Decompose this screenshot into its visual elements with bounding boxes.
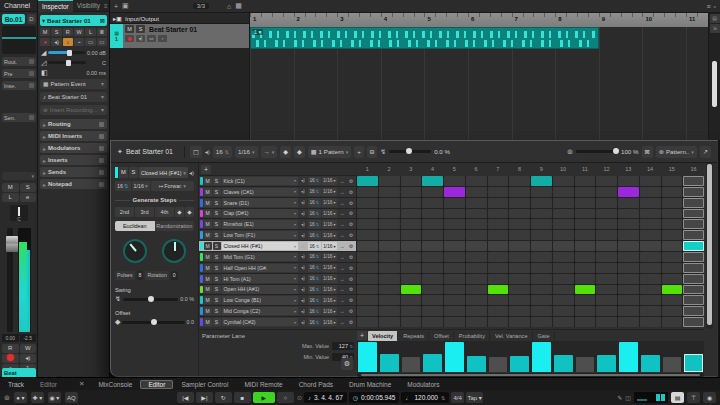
inspector-track-title[interactable]: ▾ Beat Starter 01 ⊠ — [40, 15, 107, 26]
step-cell[interactable] — [466, 230, 487, 240]
section-midi-inserts[interactable]: ▸MIDI Inserts — [40, 131, 107, 141]
lane-row[interactable]: MSMid Tom (G1)▾◂)16⇅1/16▾→⚙ — [199, 252, 356, 262]
step-cell[interactable] — [662, 230, 683, 240]
lane-direction-icon[interactable]: → — [338, 189, 346, 195]
step-cell[interactable] — [683, 263, 704, 273]
lock-button[interactable]: ▭ — [85, 38, 95, 46]
lane-mute-button[interactable]: M — [204, 264, 212, 272]
step-cell[interactable] — [553, 306, 574, 316]
lane-step-count[interactable]: 16⇅ — [308, 177, 321, 186]
lane-mute-button[interactable]: M — [119, 167, 128, 178]
step-cell[interactable] — [509, 230, 530, 240]
step-cell[interactable] — [553, 198, 574, 208]
add-parameter-lane-button[interactable]: + — [357, 331, 367, 340]
lane-step-count[interactable]: 16⇅ — [308, 188, 321, 197]
step-cell[interactable] — [531, 252, 552, 262]
lane-settings-gear-icon[interactable]: ⚙ — [347, 200, 355, 206]
lane-resolution[interactable]: 1/16▾ — [322, 231, 337, 240]
lane-step-count[interactable]: 16⇅ — [308, 231, 321, 240]
shift-right-icon[interactable]: ◆ — [185, 207, 194, 217]
step-cell[interactable] — [357, 252, 378, 262]
lane-name-select[interactable]: Claves (C#1)▾ — [222, 188, 298, 197]
section-inserts[interactable]: ▸Inserts — [40, 155, 107, 165]
step-cell[interactable] — [575, 317, 596, 327]
velocity-bar[interactable] — [576, 357, 595, 373]
track-edit-button[interactable]: ▭ — [147, 35, 156, 42]
lane-mute-button[interactable]: M — [204, 209, 212, 217]
step-cell[interactable] — [683, 176, 704, 186]
step-cell[interactable] — [683, 198, 704, 208]
lane-mute-button[interactable]: M — [204, 296, 212, 304]
pattern-select[interactable]: ▦ 1 Pattern▾ — [308, 146, 352, 158]
tab-midi-remote[interactable]: MIDI Remote — [236, 380, 290, 389]
step-cell[interactable] — [509, 317, 530, 327]
lane-preview-icon[interactable]: ◂) — [299, 309, 307, 314]
step-cell[interactable] — [618, 285, 639, 295]
step-cell[interactable] — [662, 209, 683, 219]
lane-preview-icon[interactable]: ◂) — [299, 233, 307, 238]
timeline-ruler[interactable]: 1234567891011 — [250, 13, 708, 27]
step-cell[interactable] — [444, 306, 465, 316]
home-icon[interactable]: ⌂ — [227, 3, 231, 10]
step-cell[interactable] — [379, 295, 400, 305]
lane-direction-icon[interactable]: → — [338, 243, 346, 249]
step-cell[interactable] — [444, 295, 465, 305]
lane-solo-button[interactable]: S — [213, 220, 221, 228]
step-cell[interactable] — [466, 176, 487, 186]
lane-mute-button[interactable]: M — [204, 231, 212, 239]
shift-right-button[interactable]: ◆ — [294, 146, 305, 158]
step-cell[interactable] — [618, 230, 639, 240]
tab-chord-pads[interactable]: Chord Pads — [291, 380, 341, 389]
track-s-button[interactable]: S — [51, 28, 61, 36]
step-cell[interactable] — [401, 230, 422, 240]
lane-direction-icon[interactable]: → — [338, 276, 346, 282]
inspector-select-0[interactable]: ▦Pattern Event▾ — [40, 79, 107, 89]
lane-direction-icon[interactable]: → — [338, 232, 346, 238]
project-scrollbar[interactable]: ▤ ⇲ — [708, 13, 720, 140]
playback-direction-select[interactable]: →▾ — [261, 146, 278, 158]
channel-direct-button[interactable]: D — [27, 14, 36, 24]
step-cell[interactable] — [683, 230, 704, 240]
step-cell-on[interactable] — [662, 241, 683, 251]
lane-name-select[interactable]: Mid Tom (G1)▾ — [222, 253, 298, 262]
step-cell[interactable] — [379, 252, 400, 262]
panel-swing-slider[interactable] — [123, 298, 178, 301]
step-cell[interactable] — [662, 274, 683, 284]
panel-step-count[interactable]: 16⇅ — [115, 181, 131, 191]
step-cell[interactable] — [401, 187, 422, 197]
step-cell[interactable] — [596, 306, 617, 316]
lane-step-count[interactable]: 16⇅ — [308, 264, 321, 273]
step-cell[interactable] — [422, 252, 443, 262]
duplicate-pattern-button[interactable]: ⧉ — [367, 146, 377, 158]
step-cell[interactable] — [553, 230, 574, 240]
step-cell[interactable] — [509, 209, 530, 219]
go-to-start-button[interactable]: |◀ — [177, 392, 194, 403]
step-cell[interactable] — [357, 198, 378, 208]
lane-settings-gear-icon[interactable]: ⚙ — [347, 210, 355, 216]
step-cell[interactable] — [618, 295, 639, 305]
step-cell[interactable] — [640, 317, 661, 327]
step-cell-on[interactable] — [683, 241, 704, 251]
step-cell[interactable] — [596, 219, 617, 229]
lane-resolution[interactable]: 1/16▾ — [322, 220, 337, 229]
channel-rout-button[interactable]: Rout. — [2, 57, 36, 66]
lane-preview-icon[interactable]: ◂) — [299, 189, 307, 194]
step-cell[interactable] — [488, 263, 509, 273]
lane-resolution[interactable]: 1/16▾ — [322, 296, 337, 305]
scrollbar-thumb[interactable] — [707, 164, 712, 325]
lane-settings-gear-icon[interactable]: ⚙ — [347, 286, 355, 292]
lane-settings-gear-icon[interactable]: ⚙ — [347, 178, 355, 184]
step-cell[interactable] — [640, 187, 661, 197]
lane-solo-button[interactable]: S — [213, 264, 221, 272]
step-cell[interactable] — [466, 285, 487, 295]
step-cell[interactable] — [596, 209, 617, 219]
edit-button[interactable]: e — [20, 193, 37, 202]
step-cell[interactable] — [618, 263, 639, 273]
lane-settings-gear-icon[interactable]: ⚙ — [347, 254, 355, 260]
step-cell[interactable] — [509, 274, 530, 284]
stop-button[interactable]: ■ — [234, 392, 251, 403]
step-cell[interactable] — [662, 198, 683, 208]
pin-icon[interactable]: ✦ — [117, 148, 123, 156]
velocity-bar[interactable] — [597, 355, 616, 372]
transport-settings-icon[interactable]: ⊛ — [4, 394, 10, 402]
